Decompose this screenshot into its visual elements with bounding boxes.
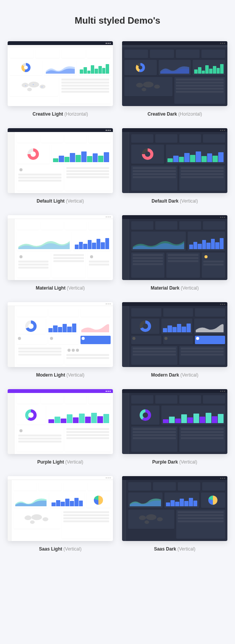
demo-modern-dark[interactable]: Modern Dark (Vertical) (122, 302, 227, 378)
thumbnail (122, 476, 227, 541)
user-card (49, 336, 79, 344)
window-topbar (122, 476, 227, 480)
stat-card (89, 395, 111, 404)
team-list (65, 346, 111, 365)
demo-saas-dark[interactable]: Saas Dark (Vertical) (122, 476, 227, 552)
demo-creative-dark[interactable]: Creative Dark (Horizontal) (122, 41, 227, 117)
sidebar-nav (8, 219, 14, 280)
bar-chart (50, 493, 84, 508)
data-table (131, 346, 177, 365)
bar-chart (161, 319, 192, 334)
demo-creative-light[interactable]: Creative Light (Horizontal) (8, 41, 113, 117)
demo-purple-light[interactable]: Purple Light (Vertical) (8, 389, 113, 465)
stat-card (202, 482, 225, 491)
demo-caption: Material Light (Vertical) (36, 285, 85, 291)
demo-caption: Saas Dark (Vertical) (154, 546, 196, 552)
stat-card (155, 221, 177, 230)
user-card (163, 336, 193, 344)
user-card (131, 336, 161, 344)
status-table (179, 166, 225, 191)
window-topbar (8, 128, 113, 132)
stat-card (88, 482, 111, 491)
thumbnail (122, 389, 227, 454)
thumbnail (122, 41, 227, 106)
demo-material-dark[interactable]: Material Dark (Vertical) (122, 215, 227, 291)
stat-card (39, 482, 61, 491)
demo-saas-light[interactable]: Saas Light (Vertical) (8, 476, 113, 552)
svg-point-9 (154, 85, 160, 89)
svg-point-7 (136, 83, 143, 87)
list (52, 253, 85, 278)
donut-chart (131, 319, 159, 334)
bar-chart (166, 145, 225, 164)
svg-point-8 (143, 82, 153, 87)
window-topbar (122, 41, 227, 45)
demo-caption: Modern Dark (Vertical) (151, 372, 198, 378)
data-table (60, 77, 111, 104)
area-chart (14, 493, 48, 508)
data-table (176, 510, 225, 539)
donut-chart (17, 319, 45, 334)
demo-modern-light[interactable]: Modern Light (Vertical) (8, 302, 113, 378)
stat-card (179, 134, 201, 143)
bar-chart (73, 232, 111, 251)
pie-chart (87, 493, 111, 508)
stat-card (65, 221, 87, 230)
data-table (131, 253, 164, 278)
thumbnail (8, 215, 113, 280)
svg-point-5 (33, 84, 34, 85)
svg-point-1 (29, 82, 39, 87)
thumbnail (8, 476, 113, 541)
demo-default-dark[interactable]: Default Dark (Vertical) (122, 128, 227, 204)
stat-card (153, 482, 176, 491)
demo-caption: Purple Dark (Vertical) (152, 459, 197, 465)
team-list (179, 346, 225, 365)
stat-card (35, 50, 59, 58)
stat-card (65, 395, 87, 404)
stat-card (179, 395, 201, 404)
area-chart (44, 60, 77, 75)
stat-card (155, 134, 177, 143)
area-chart (17, 232, 71, 251)
window-topbar (122, 128, 227, 132)
stat-card (89, 221, 111, 230)
stat-card (176, 50, 200, 58)
sidebar-nav (8, 132, 14, 193)
thumbnail (8, 389, 113, 454)
stat-card (14, 482, 37, 491)
world-map (128, 510, 174, 529)
window-topbar (122, 302, 227, 306)
bar-chart (188, 232, 225, 251)
thumbnail (8, 128, 113, 193)
demo-purple-dark[interactable]: Purple Dark (Vertical) (122, 389, 227, 465)
data-table (17, 253, 50, 278)
svg-point-16 (146, 514, 156, 520)
donut-chart (10, 60, 42, 75)
svg-point-11 (24, 515, 31, 520)
stat-card (17, 221, 39, 230)
thumbnail (122, 215, 227, 280)
demo-default-light[interactable]: Default Light (Vertical) (8, 128, 113, 204)
stat-card (195, 308, 225, 317)
stat-card (87, 50, 111, 58)
stat-card (179, 221, 201, 230)
svg-point-15 (139, 515, 146, 520)
bar-chart (193, 60, 225, 75)
stat-card (203, 395, 225, 404)
data-table (62, 510, 111, 539)
page-title: Multi styled Demo's (8, 15, 227, 26)
demo-material-light[interactable]: Material Light (Vertical) (8, 215, 113, 291)
stat-card (201, 50, 225, 58)
svg-point-2 (40, 85, 45, 89)
sidebar-nav (122, 132, 129, 193)
world-map (14, 510, 60, 529)
sidebar-nav (122, 306, 129, 367)
bar-chart (47, 319, 78, 334)
stat-card (131, 134, 153, 143)
stat-card (41, 134, 63, 143)
area-chart (80, 319, 111, 334)
stat-card (41, 221, 63, 230)
feed (202, 253, 225, 278)
svg-point-12 (32, 514, 42, 520)
stat-card (61, 50, 85, 58)
